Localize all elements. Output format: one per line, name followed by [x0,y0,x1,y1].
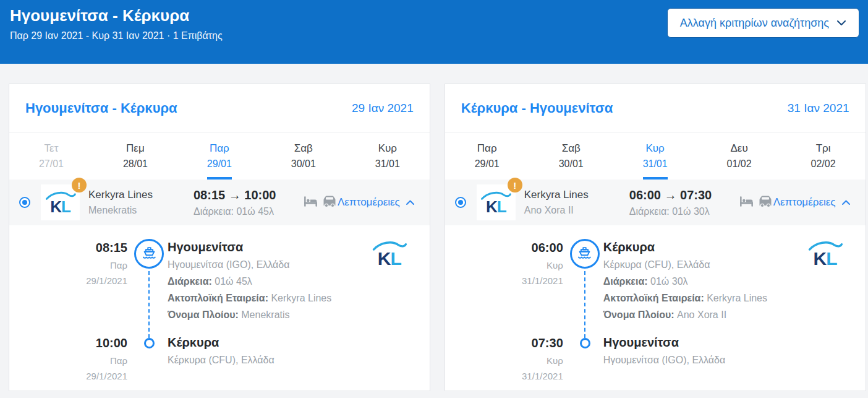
route-date: 31 Ιαν 2021 [788,102,849,115]
info-label: Διάρκεια: [168,276,212,287]
operator-name: Kerkyra Lines [524,189,629,201]
arrival-date: 31/1/2021 [445,371,563,381]
tab-date: 28/01 [123,158,148,170]
tab-date: 27/01 [39,158,64,170]
tab-day: Σαβ [562,142,581,155]
route-date: 29 Ιαν 2021 [352,102,414,115]
vehicle-car-icon [757,194,773,210]
duration-row: Διάρκεια: 01ώ 45λ [168,276,331,287]
date-tab[interactable]: Πεμ 28/01 [93,132,177,180]
departure-port-detail: Κέρκυρα (CFU), Ελλάδα [603,259,767,270]
date-tab[interactable]: Παρ 29/01 [445,132,529,180]
ferry-icon [570,239,600,269]
trip-radio-selected[interactable] [455,197,466,208]
search-header: Ηγουμενίτσα - Κέρκυρα Παρ 29 Ιαν 2021 - … [0,0,868,64]
info-value: Kerkyra Lines [707,293,767,303]
departure-time-block: 08:15 Παρ 29/1/2021 [9,241,127,286]
arrival-port: Κέρκυρα [168,335,274,350]
date-tab[interactable]: Σαβ 30/01 [529,132,613,180]
chevron-up-icon [841,196,851,209]
duration-label: Διάρκεια: 01ώ 30λ [629,206,731,217]
arrival-time-block: 07:30 Κυρ 31/1/2021 [445,336,563,381]
vehicle-car-icon [321,194,338,210]
tab-day: Σαβ [294,142,313,155]
arrival-time: 07:30 [445,336,563,350]
details-toggle[interactable]: Λεπτομέρειες [773,196,851,209]
arrival-date: 29/1/2021 [9,371,127,381]
itinerary-detail: 08:15 Παρ 29/1/2021 Ηγουμενίτσα Ηγουμενί… [9,225,430,390]
route-title: Κέρκυρα - Ηγουμενίτσα [461,100,613,116]
chevron-up-icon [406,196,415,209]
duration-label: Διάρκεια: 01ώ 45λ [194,206,296,217]
departure-time-block: 06:00 Κυρ 31/1/2021 [445,241,563,286]
chevron-down-icon [836,20,846,26]
warning-icon: ! [508,178,522,193]
details-label: Λεπτομέρειες [338,196,400,209]
warning-icon: ! [72,178,87,193]
date-tab[interactable]: Τρι 02/02 [781,132,866,180]
operator-logo: ! KL [477,184,516,220]
departure-time: 08:15 [9,241,127,255]
time-info: 08:15 → 10:00 Διάρκεια: 01ώ 45λ [194,188,296,217]
date-tabs: Παρ 29/01 Σαβ 30/01 Κυρ 31/01 Δευ 01/02 … [445,132,866,180]
time-range: 06:00 → 07:30 [629,188,731,202]
info-label: Όνομα Πλοίου: [168,309,239,320]
info-value: 01ώ 30λ [650,276,688,287]
info-label: Όνομα Πλοίου: [603,309,674,320]
tab-date: 30/01 [559,158,584,170]
cabin-bed-icon [739,195,754,210]
info-value: Ano Xora II [677,309,726,320]
time-range: 08:15 → 10:00 [194,188,296,202]
info-label: Ακτοπλοϊκή Εταιρεία: [168,293,268,303]
outbound-card: Ηγουμενίτσα - Κέρκυρα 29 Ιαν 2021 Τετ 27… [9,84,430,391]
ferry-icon [134,239,164,269]
arrival-port-detail: Κέρκυρα (CFU), Ελλάδα [168,355,274,366]
departure-port-detail: Ηγουμενίτσα (IGO), Ελλάδα [168,259,331,270]
arrival-time-block: 10:00 Παρ 29/1/2021 [9,336,127,381]
date-tab[interactable]: Δευ 01/02 [697,132,781,180]
tab-day: Κυρ [378,142,397,155]
departure-info: Κέρκυρα Κέρκυρα (CFU), Ελλάδα Διάρκεια: … [603,240,767,321]
arrival-day: Κυρ [445,355,563,366]
departure-date: 31/1/2021 [445,275,563,286]
info-value: Kerkyra Lines [271,293,331,303]
route-connector-line [584,271,585,338]
info-value: 01ώ 45λ [215,276,252,287]
date-tab-active[interactable]: Κυρ 31/01 [613,132,697,180]
operator-row: Ακτοπλοϊκή Εταιρεία: Kerkyra Lines [168,293,331,304]
ship-row: Όνομα Πλοίου: Ano Xora II [603,309,767,321]
tab-date: 01/02 [727,158,752,170]
tab-date: 29/01 [475,158,500,170]
kerkyra-lines-logo: KL [45,191,76,215]
amenity-icons [303,194,338,210]
departure-port: Κέρκυρα [603,240,767,254]
arrival-time: 10:00 [9,336,127,350]
card-header: Ηγουμενίτσα - Κέρκυρα 29 Ιαν 2021 [9,84,430,132]
departure-date: 29/1/2021 [9,275,127,286]
tab-date: 29/01 [207,158,232,170]
trip-radio-selected[interactable] [19,197,30,208]
details-toggle[interactable]: Λεπτομέρειες [338,196,415,209]
date-tab-active[interactable]: Παρ 29/01 [177,132,262,180]
date-tab[interactable]: Τετ 27/01 [9,132,93,180]
itinerary-detail: 06:00 Κυρ 31/1/2021 Κέρκυρα Κέρκυρα (CFU… [445,225,866,390]
tab-date: 31/01 [643,158,668,170]
arrival-stop-icon [144,338,155,348]
operator-info: Kerkyra Lines Ano Xora II [524,189,629,216]
tab-day: Τετ [45,142,59,155]
operator-info: Kerkyra Lines Menekratis [88,189,194,216]
date-tab[interactable]: Κυρ 31/01 [346,132,430,180]
kerkyra-lines-logo: KL [480,191,511,215]
tab-date: 31/01 [375,158,400,170]
tab-day: Κυρ [645,142,664,155]
departure-info: Ηγουμενίτσα Ηγουμενίτσα (IGO), Ελλάδα Δι… [168,240,331,321]
details-label: Λεπτομέρειες [773,196,836,209]
change-criteria-button[interactable]: Αλλαγή κριτηρίων αναζήτησης [667,8,859,38]
tab-day: Τρι [816,142,831,155]
trip-summary-row: ! KL Kerkyra Lines Ano Xora II 06:00 → 0… [445,180,866,225]
arrival-day: Παρ [9,355,127,366]
arrival-info: Ηγουμενίτσα Ηγουμενίτσα (IGO), Ελλάδα [603,335,726,366]
ship-name: Menekratis [88,205,194,216]
operator-name: Kerkyra Lines [88,189,194,201]
date-tab[interactable]: Σαβ 30/01 [262,132,346,180]
